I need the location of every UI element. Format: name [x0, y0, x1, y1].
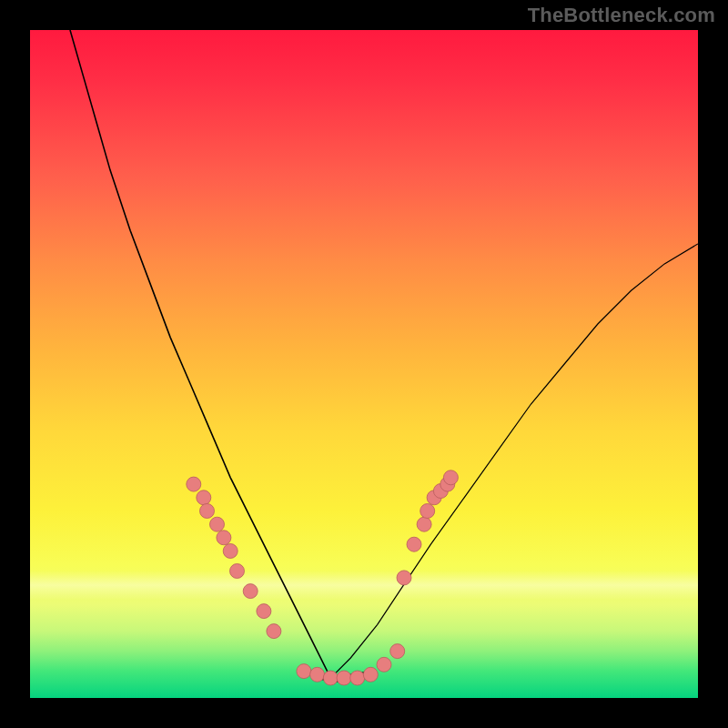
marker-dot — [443, 470, 458, 485]
marker-dot — [197, 490, 211, 505]
marker-dot — [230, 564, 245, 579]
marker-dot — [420, 504, 435, 519]
marker-dot — [223, 544, 238, 559]
chart-svg — [30, 30, 698, 698]
marker-dot — [267, 624, 281, 639]
marker-dot — [397, 571, 411, 585]
data-dots — [187, 470, 459, 685]
marker-dot — [243, 584, 258, 599]
marker-dot — [217, 531, 231, 545]
watermark-text: TheBottleneck.com — [528, 4, 715, 27]
marker-dot — [417, 517, 431, 531]
marker-dot — [390, 644, 405, 659]
right-curve — [330, 244, 698, 678]
plot-area — [30, 30, 698, 698]
marker-dot — [407, 537, 421, 551]
marker-dot — [363, 667, 378, 682]
marker-dot — [210, 517, 225, 531]
marker-dot — [323, 671, 338, 685]
marker-dot — [377, 657, 391, 672]
chart-frame: TheBottleneck.com — [0, 0, 728, 728]
marker-dot — [297, 664, 311, 679]
marker-dot — [350, 671, 365, 685]
marker-dot — [187, 477, 201, 491]
marker-dot — [257, 604, 271, 619]
marker-dot — [310, 667, 325, 682]
marker-dot — [337, 671, 351, 685]
marker-dot — [200, 504, 215, 519]
left-curve — [70, 30, 370, 682]
